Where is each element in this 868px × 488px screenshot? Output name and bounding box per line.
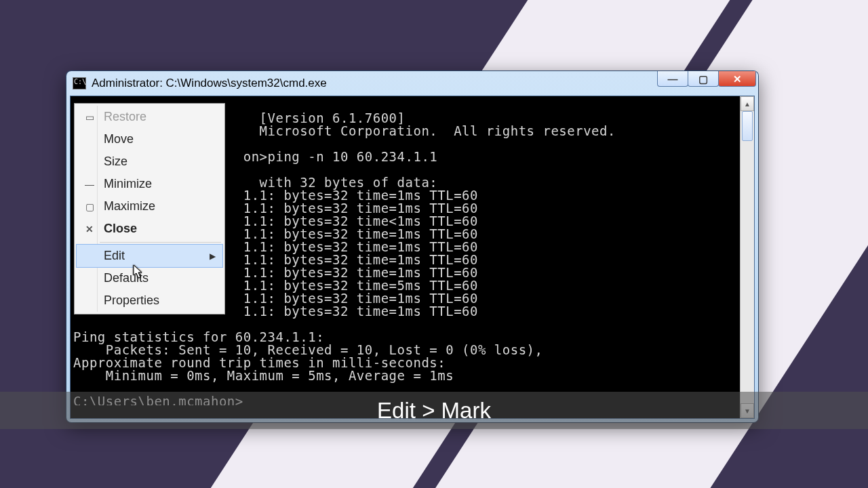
- menu-item-label: Minimize: [104, 177, 152, 191]
- menu-item-restore: ▭Restore: [77, 106, 222, 128]
- menu-item-label: Properties: [104, 293, 159, 308]
- system-menu: ▭RestoreMoveSize—Minimize▢Maximize✕Close…: [74, 103, 225, 314]
- menu-item-label: Move: [104, 132, 134, 146]
- close-icon: ✕: [733, 74, 742, 84]
- menu-item-label: Defaults: [104, 271, 149, 285]
- menu-item-close[interactable]: ✕Close: [77, 218, 222, 240]
- menu-item-edit[interactable]: Edit▶: [77, 245, 222, 267]
- menu-item-label: Close: [104, 222, 137, 236]
- maximize-icon: ▢: [698, 74, 708, 84]
- menu-item-maximize[interactable]: ▢Maximize: [77, 195, 222, 218]
- submenu-arrow-icon: ▶: [210, 251, 216, 261]
- menu-item-move[interactable]: Move: [77, 128, 222, 150]
- menu-item-minimize[interactable]: —Minimize: [77, 173, 222, 195]
- window-title: Administrator: C:\Windows\system32\cmd.e…: [92, 77, 327, 90]
- cmd-icon: [73, 77, 86, 89]
- minimize-icon: —: [668, 74, 678, 84]
- caption-text: Edit > Mark: [377, 399, 491, 422]
- menu-item-defaults[interactable]: Defaults: [77, 267, 222, 289]
- maximize-icon: ▢: [83, 201, 96, 212]
- maximize-button[interactable]: ▢: [688, 71, 719, 87]
- menu-item-size[interactable]: Size: [77, 150, 222, 173]
- scrollbar-thumb[interactable]: [742, 111, 753, 141]
- restore-icon: ▭: [83, 112, 96, 123]
- menu-item-label: Size: [104, 155, 127, 169]
- close-icon: ✕: [83, 224, 96, 235]
- menu-item-properties[interactable]: Properties: [77, 289, 222, 312]
- menu-item-label: Restore: [104, 110, 146, 124]
- menu-item-label: Edit: [104, 249, 125, 263]
- close-button[interactable]: ✕: [718, 71, 756, 87]
- caption-overlay: Edit > Mark: [0, 392, 868, 429]
- menu-separator: [100, 242, 221, 243]
- scroll-up-button[interactable]: ▲: [741, 96, 754, 111]
- minimize-icon: —: [83, 179, 96, 190]
- window-controls: — ▢ ✕: [658, 71, 756, 87]
- menu-item-label: Maximize: [104, 199, 155, 214]
- scrollbar-track[interactable]: [741, 110, 754, 405]
- title-bar[interactable]: Administrator: C:\Windows\system32\cmd.e…: [70, 75, 755, 92]
- minimize-button[interactable]: —: [657, 71, 688, 87]
- scrollbar[interactable]: ▲ ▼: [740, 96, 754, 418]
